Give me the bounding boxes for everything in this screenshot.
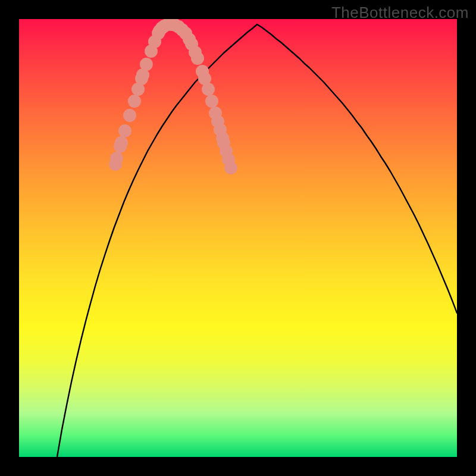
chart-svg <box>19 19 457 457</box>
bottleneck-curve <box>57 24 457 457</box>
data-dot <box>202 83 215 96</box>
data-dot <box>128 95 141 108</box>
data-dot <box>118 124 131 137</box>
data-dot <box>115 136 128 149</box>
data-dots <box>109 19 237 174</box>
chart-area <box>19 19 457 457</box>
data-dot <box>205 95 218 108</box>
data-dot <box>140 58 153 71</box>
data-dot <box>191 52 204 65</box>
data-dot <box>224 161 237 174</box>
data-dot <box>110 152 123 165</box>
data-dot <box>123 109 136 122</box>
